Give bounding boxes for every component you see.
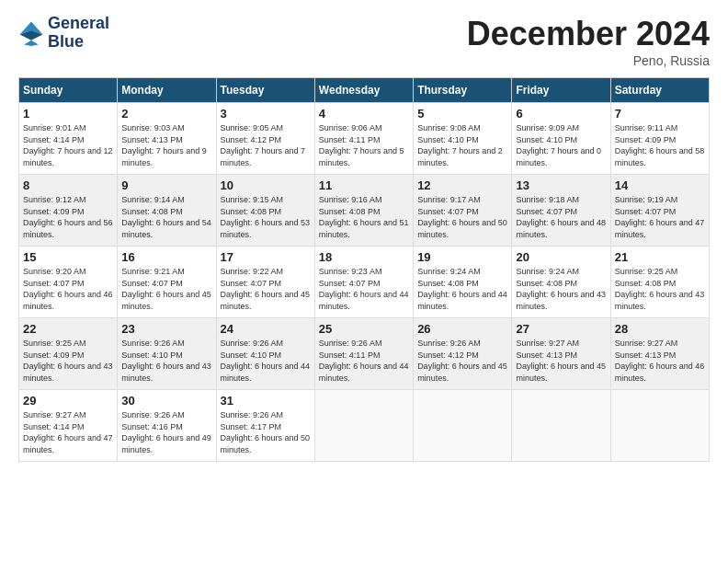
day-cell: 31 Sunrise: 9:26 AMSunset: 4:17 PMDaylig… [216, 390, 314, 462]
page-container: General Blue December 2024 Peno, Russia … [0, 0, 728, 471]
col-wednesday: Wednesday [314, 78, 413, 103]
cell-info: Sunrise: 9:17 AMSunset: 4:07 PMDaylight:… [417, 195, 507, 239]
col-thursday: Thursday [414, 78, 512, 103]
day-cell: 30 Sunrise: 9:26 AMSunset: 4:16 PMDaylig… [118, 390, 216, 462]
day-cell: 29 Sunrise: 9:27 AMSunset: 4:14 PMDaylig… [19, 390, 118, 462]
day-number: 31 [221, 394, 311, 408]
col-sunday: Sunday [19, 78, 118, 103]
cell-info: Sunrise: 9:27 AMSunset: 4:13 PMDaylight:… [615, 339, 705, 383]
day-number: 6 [516, 107, 606, 121]
cell-info: Sunrise: 9:08 AMSunset: 4:10 PMDaylight:… [417, 123, 503, 167]
cell-info: Sunrise: 9:21 AMSunset: 4:07 PMDaylight:… [121, 267, 211, 311]
cell-info: Sunrise: 9:22 AMSunset: 4:07 PMDaylight:… [221, 267, 311, 311]
day-cell: 23 Sunrise: 9:26 AMSunset: 4:10 PMDaylig… [118, 318, 216, 390]
day-number: 7 [615, 107, 705, 121]
day-cell: 12 Sunrise: 9:17 AMSunset: 4:07 PMDaylig… [414, 175, 512, 247]
day-number: 8 [23, 178, 113, 192]
day-number: 9 [121, 178, 211, 192]
day-number: 13 [516, 178, 606, 192]
header: General Blue December 2024 Peno, Russia [18, 15, 710, 68]
day-cell [314, 390, 413, 462]
col-saturday: Saturday [610, 78, 709, 103]
cell-info: Sunrise: 9:27 AMSunset: 4:13 PMDaylight:… [516, 339, 606, 383]
day-number: 4 [319, 107, 409, 121]
cell-info: Sunrise: 9:26 AMSunset: 4:17 PMDaylight:… [221, 410, 311, 454]
day-cell: 3 Sunrise: 9:05 AMSunset: 4:12 PMDayligh… [216, 103, 314, 175]
cell-info: Sunrise: 9:20 AMSunset: 4:07 PMDaylight:… [23, 267, 113, 311]
day-number: 22 [23, 322, 113, 336]
day-cell: 4 Sunrise: 9:06 AMSunset: 4:11 PMDayligh… [314, 103, 413, 175]
cell-info: Sunrise: 9:03 AMSunset: 4:13 PMDaylight:… [121, 123, 207, 167]
day-cell [512, 390, 610, 462]
cell-info: Sunrise: 9:16 AMSunset: 4:08 PMDaylight:… [319, 195, 409, 239]
day-number: 1 [23, 107, 113, 121]
day-number: 20 [516, 250, 606, 264]
day-cell: 15 Sunrise: 9:20 AMSunset: 4:07 PMDaylig… [19, 247, 118, 318]
day-cell: 24 Sunrise: 9:26 AMSunset: 4:10 PMDaylig… [216, 318, 314, 390]
day-number: 12 [417, 178, 507, 192]
cell-info: Sunrise: 9:15 AMSunset: 4:08 PMDaylight:… [221, 195, 311, 239]
cell-info: Sunrise: 9:14 AMSunset: 4:08 PMDaylight:… [121, 195, 211, 239]
day-number: 30 [121, 394, 211, 408]
day-cell: 25 Sunrise: 9:26 AMSunset: 4:11 PMDaylig… [314, 318, 413, 390]
month-title: December 2024 [467, 15, 710, 53]
cell-info: Sunrise: 9:26 AMSunset: 4:10 PMDaylight:… [121, 339, 211, 383]
day-number: 16 [121, 250, 211, 264]
cell-info: Sunrise: 9:01 AMSunset: 4:14 PMDaylight:… [23, 123, 113, 167]
day-number: 2 [121, 107, 211, 121]
cell-info: Sunrise: 9:11 AMSunset: 4:09 PMDaylight:… [615, 123, 705, 167]
week-row-5: 29 Sunrise: 9:27 AMSunset: 4:14 PMDaylig… [19, 390, 710, 462]
day-cell: 1 Sunrise: 9:01 AMSunset: 4:14 PMDayligh… [19, 103, 118, 175]
cell-info: Sunrise: 9:09 AMSunset: 4:10 PMDaylight:… [516, 123, 601, 167]
day-cell: 28 Sunrise: 9:27 AMSunset: 4:13 PMDaylig… [610, 318, 709, 390]
day-cell: 22 Sunrise: 9:25 AMSunset: 4:09 PMDaylig… [19, 318, 118, 390]
day-cell: 9 Sunrise: 9:14 AMSunset: 4:08 PMDayligh… [118, 175, 216, 247]
header-row: Sunday Monday Tuesday Wednesday Thursday… [19, 78, 710, 103]
week-row-1: 1 Sunrise: 9:01 AMSunset: 4:14 PMDayligh… [19, 103, 710, 175]
day-number: 28 [615, 322, 705, 336]
cell-info: Sunrise: 9:26 AMSunset: 4:10 PMDaylight:… [221, 339, 311, 383]
day-number: 25 [319, 322, 409, 336]
day-number: 27 [516, 322, 606, 336]
day-number: 21 [615, 250, 705, 264]
cell-info: Sunrise: 9:24 AMSunset: 4:08 PMDaylight:… [516, 267, 606, 311]
cell-info: Sunrise: 9:25 AMSunset: 4:09 PMDaylight:… [23, 339, 113, 383]
day-cell [610, 390, 709, 462]
day-number: 15 [23, 250, 113, 264]
day-number: 23 [121, 322, 211, 336]
day-number: 5 [417, 107, 507, 121]
logo: General Blue [18, 15, 109, 52]
logo-line2: Blue [48, 33, 109, 52]
day-number: 26 [417, 322, 507, 336]
cell-info: Sunrise: 9:26 AMSunset: 4:12 PMDaylight:… [417, 339, 507, 383]
day-cell: 20 Sunrise: 9:24 AMSunset: 4:08 PMDaylig… [512, 247, 610, 318]
day-number: 18 [319, 250, 409, 264]
day-number: 11 [319, 178, 409, 192]
cell-info: Sunrise: 9:26 AMSunset: 4:16 PMDaylight:… [121, 410, 211, 454]
cell-info: Sunrise: 9:26 AMSunset: 4:11 PMDaylight:… [319, 339, 409, 383]
logo-line1: General [48, 15, 109, 33]
day-cell: 5 Sunrise: 9:08 AMSunset: 4:10 PMDayligh… [414, 103, 512, 175]
day-cell: 16 Sunrise: 9:21 AMSunset: 4:07 PMDaylig… [118, 247, 216, 318]
day-cell: 14 Sunrise: 9:19 AMSunset: 4:07 PMDaylig… [610, 175, 709, 247]
location: Peno, Russia [467, 53, 710, 68]
title-area: December 2024 Peno, Russia [467, 15, 710, 68]
cell-info: Sunrise: 9:23 AMSunset: 4:07 PMDaylight:… [319, 267, 409, 311]
day-cell: 6 Sunrise: 9:09 AMSunset: 4:10 PMDayligh… [512, 103, 610, 175]
cell-info: Sunrise: 9:12 AMSunset: 4:09 PMDaylight:… [23, 195, 113, 239]
logo-icon [18, 20, 44, 46]
day-number: 19 [417, 250, 507, 264]
week-row-4: 22 Sunrise: 9:25 AMSunset: 4:09 PMDaylig… [19, 318, 710, 390]
day-number: 24 [221, 322, 311, 336]
col-monday: Monday [118, 78, 216, 103]
day-number: 17 [221, 250, 311, 264]
calendar-table: Sunday Monday Tuesday Wednesday Thursday… [18, 77, 710, 462]
day-cell: 7 Sunrise: 9:11 AMSunset: 4:09 PMDayligh… [610, 103, 709, 175]
cell-info: Sunrise: 9:19 AMSunset: 4:07 PMDaylight:… [615, 195, 705, 239]
day-cell [414, 390, 512, 462]
cell-info: Sunrise: 9:27 AMSunset: 4:14 PMDaylight:… [23, 410, 113, 454]
day-cell: 2 Sunrise: 9:03 AMSunset: 4:13 PMDayligh… [118, 103, 216, 175]
col-friday: Friday [512, 78, 610, 103]
day-cell: 8 Sunrise: 9:12 AMSunset: 4:09 PMDayligh… [19, 175, 118, 247]
svg-marker-2 [24, 40, 39, 46]
